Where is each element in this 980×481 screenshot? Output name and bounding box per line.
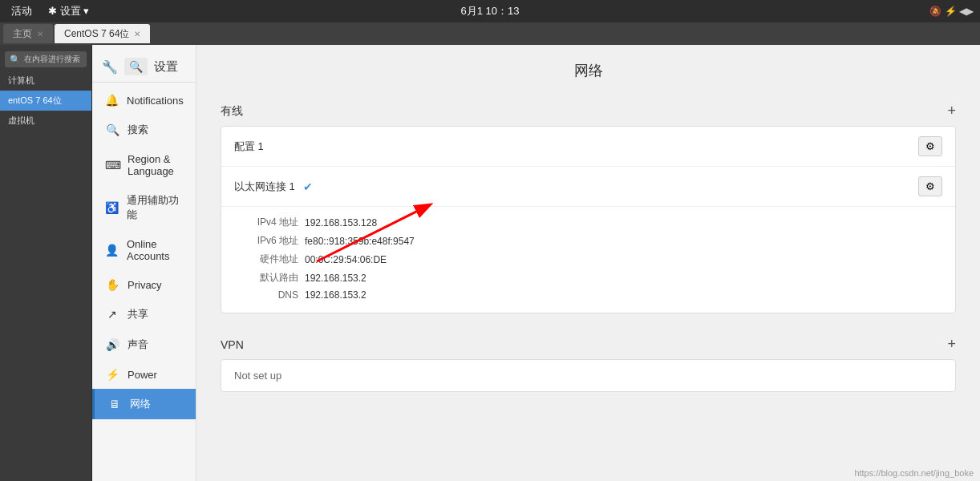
- tab-home[interactable]: 主页 ✕: [3, 24, 53, 43]
- dns-label: DNS: [234, 289, 298, 301]
- privacy-icon: ✋: [105, 278, 119, 291]
- sidebar-search-icon[interactable]: 🔍: [124, 58, 148, 75]
- gateway-label: 默认路由: [234, 271, 298, 285]
- sidebar-item-privacy-label: Privacy: [128, 279, 162, 291]
- settings-sidebar: 🔧 🔍 设置 🔔 Notifications 🔍 搜索 ⌨ Region & L…: [92, 45, 196, 481]
- desktop-search-placeholder: 在内容进行搜索: [24, 54, 80, 65]
- sidebar-title: 设置: [154, 59, 178, 75]
- search-icon: 🔍: [10, 55, 21, 65]
- gateway-value: 192.168.153.2: [305, 273, 366, 284]
- config-row: 配置 1 ⚙: [221, 127, 955, 167]
- vpn-section-title: VPN: [221, 338, 244, 351]
- sidebar-item-power-label: Power: [128, 369, 157, 381]
- ethernet-row: 以太网连接 1 ✔ ⚙: [221, 167, 955, 207]
- settings-btn[interactable]: ✱ 设置 ▾: [43, 2, 94, 20]
- ethernet-gear-button[interactable]: ⚙: [918, 176, 942, 196]
- sidebar-item-online-accounts[interactable]: 👤 Online Accounts: [92, 230, 196, 270]
- content-area: 网络 有线 + 配置 1 ⚙ 以太网连接 1 ✔: [196, 45, 980, 481]
- vpn-section: VPN + Not set up: [221, 329, 956, 392]
- desktop-search[interactable]: 🔍 在内容进行搜索: [5, 51, 87, 67]
- bell-icon: 🔔: [105, 94, 119, 107]
- search-icon: 🔍: [105, 123, 119, 136]
- sidebar-item-search[interactable]: 🔍 搜索: [92, 115, 196, 145]
- hw-label: 硬件地址: [234, 253, 298, 266]
- ethernet-row-label: 以太网连接 1: [234, 180, 295, 194]
- sidebar-item-sharing[interactable]: ↗ 共享: [92, 299, 196, 329]
- sidebar-item-accessibility-label: 通用辅助功能: [127, 193, 183, 222]
- ipv4-value: 192.168.153.128: [305, 217, 377, 228]
- sidebar-item-power[interactable]: ⚡ Power: [92, 360, 196, 389]
- accounts-icon: 👤: [105, 244, 119, 257]
- power-icon: ⚡: [105, 368, 119, 381]
- vpn-section-header: VPN +: [221, 329, 956, 359]
- sidebar-item-notifications-label: Notifications: [127, 95, 184, 107]
- ipv6-value: fe80::918:359b:e48f:9547: [305, 236, 415, 247]
- gateway-row: 默认路由 192.168.153.2: [234, 269, 942, 287]
- sidebar-item-network[interactable]: 🖥 网络: [92, 389, 196, 419]
- wired-add-button[interactable]: +: [947, 103, 956, 119]
- desktop-item-centos[interactable]: entOS 7 64位: [0, 91, 91, 111]
- config-row-label: 配置 1: [234, 139, 264, 154]
- desktop-item-vm[interactable]: 虚拟机: [0, 111, 91, 131]
- keyboard-icon: ⌨: [105, 159, 119, 172]
- ethernet-connected-check: ✔: [303, 180, 313, 193]
- wired-section-header: 有线 +: [221, 96, 956, 126]
- sidebar-item-accessibility[interactable]: ♿ 通用辅助功能: [92, 185, 196, 230]
- config-gear-button[interactable]: ⚙: [918, 136, 942, 156]
- taskbar-right: 🔕 ⚡ ◀▶: [929, 6, 974, 17]
- ethernet-details: IPv4 地址 192.168.153.128 IPv6 地址 fe80::91…: [221, 207, 955, 313]
- network-icon: 🖥: [107, 398, 122, 410]
- sidebar-item-sharing-label: 共享: [128, 307, 148, 321]
- ethernet-row-label-group: 以太网连接 1 ✔: [234, 180, 313, 194]
- sidebar-header: 🔧 🔍 设置: [92, 51, 196, 83]
- tab-home-label: 主页: [13, 27, 32, 41]
- tabbar: 主页 ✕ CentOS 7 64位 ✕: [0, 22, 980, 45]
- sidebar-wrench-icon[interactable]: 🔧: [102, 59, 118, 75]
- sidebar-item-privacy[interactable]: ✋ Privacy: [92, 270, 196, 299]
- sidebar-item-online-accounts-label: Online Accounts: [127, 238, 183, 262]
- ipv4-row: IPv4 地址 192.168.153.128: [234, 213, 942, 232]
- hw-value: 00:0C:29:54:06:DE: [305, 254, 387, 265]
- taskbar-left: 活动 ✱ 设置 ▾: [6, 2, 94, 20]
- tab-centos-label: CentOS 7 64位: [64, 27, 129, 41]
- desktop-panel: 🔍 在内容进行搜索 计算机 entOS 7 64位 虚拟机: [0, 45, 92, 481]
- ipv6-label: IPv6 地址: [234, 234, 298, 248]
- accessibility-icon: ♿: [105, 201, 119, 214]
- sidebar-item-search-label: 搜索: [128, 123, 148, 137]
- wired-card: 配置 1 ⚙ 以太网连接 1 ✔ ⚙ IPv4 地址 192.168: [221, 126, 956, 313]
- vpn-card: Not set up: [221, 359, 956, 392]
- sidebar-item-sound-label: 声音: [128, 338, 148, 352]
- wired-section-title: 有线: [221, 104, 243, 119]
- taskbar: 活动 ✱ 设置 ▾ 6月1 10：13 🔕 ⚡ ◀▶: [0, 0, 980, 22]
- dns-value: 192.168.153.2: [305, 289, 366, 301]
- activities-btn[interactable]: 活动: [6, 2, 37, 20]
- sidebar-item-region[interactable]: ⌨ Region & Language: [92, 145, 196, 185]
- desktop-item-computer[interactable]: 计算机: [0, 71, 91, 91]
- sidebar-item-notifications[interactable]: 🔔 Notifications: [92, 86, 196, 115]
- hw-row: 硬件地址 00:0C:29:54:06:DE: [234, 250, 942, 269]
- sidebar-item-region-label: Region & Language: [128, 153, 183, 177]
- taskbar-datetime: 6月1 10：13: [461, 4, 520, 18]
- tab-centos[interactable]: CentOS 7 64位 ✕: [55, 24, 150, 43]
- sound-icon: 🔊: [105, 338, 119, 351]
- sidebar-item-network-label: 网络: [130, 397, 151, 411]
- ipv6-row: IPv6 地址 fe80::918:359b:e48f:9547: [234, 232, 942, 250]
- sidebar-item-sound[interactable]: 🔊 声音: [92, 329, 196, 360]
- config-row-label-group: 配置 1: [234, 139, 264, 154]
- wired-section: 有线 + 配置 1 ⚙ 以太网连接 1 ✔ ⚙: [221, 96, 956, 313]
- tab-home-close[interactable]: ✕: [37, 30, 43, 38]
- ipv4-label: IPv4 地址: [234, 216, 298, 229]
- main-area: 🔍 在内容进行搜索 计算机 entOS 7 64位 虚拟机 🔧 🔍 设置 🔔 N…: [0, 45, 980, 481]
- content-title: 网络: [221, 61, 956, 80]
- dns-row: DNS 192.168.153.2: [234, 287, 942, 303]
- vpn-add-button[interactable]: +: [947, 336, 956, 353]
- vpn-not-setup-label: Not set up: [221, 360, 955, 391]
- sharing-icon: ↗: [105, 308, 119, 321]
- tab-centos-close[interactable]: ✕: [134, 30, 140, 38]
- system-icons: 🔕 ⚡ ◀▶: [929, 6, 974, 17]
